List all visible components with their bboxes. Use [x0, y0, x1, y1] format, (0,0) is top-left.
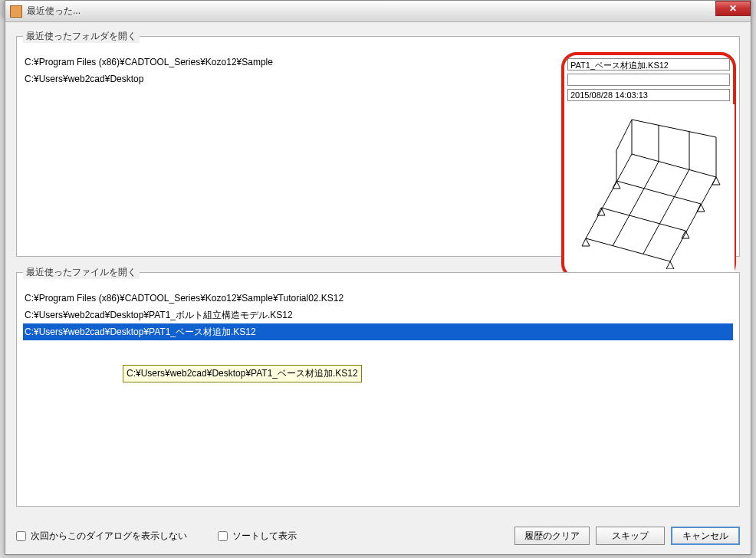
- preview-panel: PAT1_ベース材追加.KS12 2015/08/28 14:03:13: [561, 52, 736, 279]
- preview-filename: PAT1_ベース材追加.KS12: [567, 58, 730, 71]
- svg-line-5: [613, 162, 659, 246]
- preview-line2: [567, 74, 730, 86]
- window-title: 最近使った...: [27, 5, 81, 18]
- sort-checkbox[interactable]: [218, 531, 228, 541]
- svg-line-7: [670, 177, 716, 261]
- list-item[interactable]: C:¥Users¥web2cad¥Desktop: [23, 71, 560, 87]
- bottom-bar: 次回からこのダイアログを表示しない ソートして表示 履歴のクリア スキップ キャ…: [16, 527, 740, 545]
- svg-line-3: [632, 154, 716, 177]
- svg-marker-19: [682, 231, 689, 238]
- list-item[interactable]: C:¥Users¥web2cad¥Desktop¥PAT1_ボルト組立構造モデル…: [23, 307, 733, 323]
- sort-checkbox-group[interactable]: ソートして表示: [218, 530, 297, 543]
- svg-marker-15: [582, 238, 590, 246]
- recent-files-list[interactable]: C:¥Program Files (x86)¥CADTOOL_Series¥Ko…: [23, 290, 733, 340]
- dialog-window: 最近使った... ✕ 最近使ったフォルダを開く C:¥Program Files…: [5, 0, 751, 555]
- titlebar: 最近使った... ✕: [5, 1, 751, 22]
- list-item[interactable]: C:¥Program Files (x86)¥CADTOOL_Series¥Ko…: [23, 290, 733, 307]
- svg-line-2: [616, 181, 701, 204]
- skip-button[interactable]: スキップ: [596, 527, 665, 545]
- dont-show-checkbox-group[interactable]: 次回からこのダイアログを表示しない: [16, 530, 187, 543]
- close-button[interactable]: ✕: [715, 1, 751, 16]
- list-item[interactable]: C:¥Users¥web2cad¥Desktop¥PAT1_ベース材追加.KS1…: [23, 323, 733, 340]
- svg-line-4: [586, 154, 632, 238]
- recent-files-legend: 最近使ったファイルを開く: [23, 266, 140, 279]
- svg-line-13: [632, 120, 716, 137]
- recent-folders-list[interactable]: C:¥Program Files (x86)¥CADTOOL_Series¥Ko…: [23, 54, 560, 87]
- tooltip: C:¥Users¥web2cad¥Desktop¥PAT1_ベース材追加.KS1…: [123, 365, 362, 382]
- svg-line-0: [586, 238, 670, 261]
- close-icon: ✕: [729, 3, 737, 14]
- svg-line-6: [643, 169, 689, 254]
- recent-folders-legend: 最近使ったフォルダを開く: [23, 30, 140, 43]
- svg-marker-17: [712, 177, 720, 185]
- sort-label: ソートして表示: [232, 530, 297, 543]
- recent-folders-group: 最近使ったフォルダを開く C:¥Program Files (x86)¥CADT…: [16, 30, 740, 257]
- svg-line-14: [616, 120, 632, 150]
- app-icon: [10, 5, 22, 18]
- preview-drawing: [567, 104, 735, 273]
- dont-show-checkbox[interactable]: [16, 531, 26, 541]
- dont-show-label: 次回からこのダイアログを表示しない: [31, 530, 187, 543]
- preview-timestamp: 2015/08/28 14:03:13: [567, 89, 730, 101]
- clear-history-button[interactable]: 履歴のクリア: [514, 527, 590, 545]
- list-item[interactable]: C:¥Program Files (x86)¥CADTOOL_Series¥Ko…: [23, 54, 560, 71]
- svg-marker-20: [597, 208, 605, 215]
- cancel-button[interactable]: キャンセル: [671, 527, 740, 545]
- svg-line-1: [601, 208, 685, 231]
- recent-files-group: 最近使ったファイルを開く C:¥Program Files (x86)¥CADT…: [16, 266, 740, 507]
